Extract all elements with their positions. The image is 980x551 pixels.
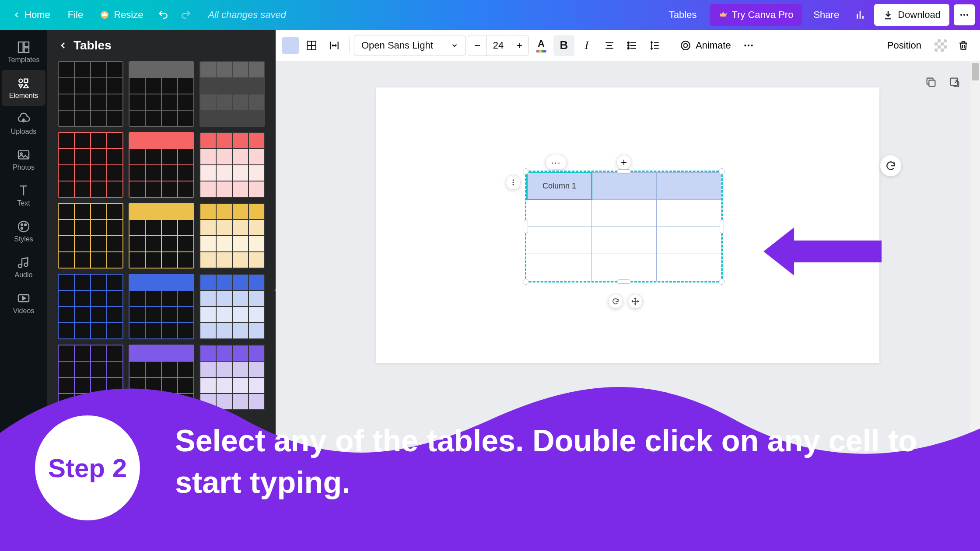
move-icon	[631, 297, 639, 305]
templates-icon	[17, 40, 31, 54]
file-menu-button[interactable]: File	[61, 5, 90, 25]
resize-handle[interactable]	[719, 168, 725, 174]
table-style-thumb[interactable]	[200, 203, 265, 269]
fill-color-swatch[interactable]	[282, 37, 299, 54]
svg-point-16	[628, 42, 629, 43]
uploads-icon	[17, 112, 31, 126]
svg-point-21	[744, 44, 746, 46]
rail-elements[interactable]: Elements	[2, 70, 46, 106]
rail-text[interactable]: Text	[0, 178, 47, 213]
table-style-thumb[interactable]	[58, 132, 123, 198]
table-style-thumb[interactable]	[129, 274, 194, 339]
move-button[interactable]	[628, 294, 643, 309]
photos-icon	[17, 148, 31, 162]
add-column-button[interactable]: +	[616, 155, 631, 170]
share-button[interactable]: Share	[806, 5, 846, 25]
table-element[interactable]: Column 1	[525, 171, 723, 282]
resize-handle[interactable]	[719, 279, 725, 285]
tutorial-arrow	[763, 221, 882, 284]
font-size-stepper: − +	[468, 35, 529, 56]
table-cell[interactable]	[527, 254, 592, 281]
duplicate-page-button[interactable]	[923, 74, 939, 90]
resize-handle[interactable]	[524, 220, 528, 234]
redo-button[interactable]	[176, 5, 196, 24]
panel-collapse-button[interactable]	[270, 273, 276, 308]
width-icon	[329, 40, 340, 51]
bold-button[interactable]: B	[553, 35, 574, 56]
try-pro-button[interactable]: Try Canva Pro	[710, 4, 802, 26]
table-cell-active[interactable]: Column 1	[527, 173, 592, 200]
table-cell[interactable]	[592, 173, 657, 200]
rail-styles[interactable]: Styles	[0, 213, 47, 249]
resize-handle[interactable]	[523, 279, 529, 285]
new-page-button[interactable]	[947, 74, 962, 90]
align-button[interactable]	[599, 35, 620, 56]
font-size-input[interactable]	[486, 35, 510, 56]
animate-button[interactable]: Animate	[675, 35, 736, 56]
row-options-button[interactable]	[506, 175, 521, 190]
svg-point-10	[18, 221, 29, 232]
videos-icon	[17, 291, 31, 305]
resize-handle[interactable]	[523, 168, 529, 174]
table-borders-button[interactable]	[301, 35, 322, 56]
table-style-thumb[interactable]	[200, 61, 265, 127]
bar-chart-icon	[854, 9, 866, 21]
undo-button[interactable]	[154, 5, 173, 24]
table-cell[interactable]	[592, 254, 657, 281]
position-button[interactable]: Position	[880, 35, 928, 56]
chevron-left-icon[interactable]	[58, 40, 68, 51]
more-formatting-button[interactable]	[738, 35, 759, 56]
table-style-thumb[interactable]	[129, 132, 194, 198]
sync-icon	[612, 297, 620, 305]
table-cell[interactable]	[657, 227, 721, 254]
font-size-increase[interactable]: +	[510, 35, 528, 56]
font-size-decrease[interactable]: −	[468, 35, 486, 56]
table-style-thumb[interactable]	[129, 61, 194, 127]
rail-templates[interactable]: Templates	[0, 34, 47, 70]
table-cell[interactable]	[592, 200, 657, 227]
table-style-thumb[interactable]	[200, 132, 265, 198]
back-home-button[interactable]: Home	[5, 5, 57, 25]
table-style-thumb[interactable]	[58, 203, 123, 269]
rail-photos[interactable]: Photos	[0, 142, 47, 178]
column-width-button[interactable]	[324, 35, 345, 56]
table-style-thumb[interactable]	[200, 274, 265, 339]
table-cell[interactable]	[527, 227, 592, 254]
insights-button[interactable]	[850, 5, 870, 24]
table-cell[interactable]	[657, 173, 721, 200]
text-color-button[interactable]: A	[531, 35, 552, 56]
table-options-button[interactable]: ···	[545, 155, 567, 170]
font-family-select[interactable]: Open Sans Light	[354, 35, 466, 56]
list-button[interactable]	[622, 35, 643, 56]
rail-audio[interactable]: Audio	[0, 249, 47, 285]
regenerate-button[interactable]	[880, 155, 901, 176]
table-style-thumb[interactable]	[58, 274, 123, 339]
svg-rect-5	[24, 48, 29, 52]
scrollbar-thumb[interactable]	[972, 63, 979, 80]
doc-title[interactable]: Tables	[669, 9, 697, 21]
table-cell[interactable]	[592, 227, 657, 254]
italic-button[interactable]: I	[576, 35, 597, 56]
transparency-button[interactable]	[930, 35, 951, 56]
sync-button[interactable]	[608, 294, 623, 309]
table-cell[interactable]	[657, 254, 721, 281]
delete-button[interactable]	[953, 35, 974, 56]
resize-handle[interactable]	[617, 279, 631, 284]
rail-uploads[interactable]: Uploads	[0, 106, 47, 142]
resize-handle[interactable]	[720, 220, 724, 234]
share-label: Share	[813, 9, 839, 21]
download-icon	[883, 10, 893, 20]
styles-icon	[17, 220, 31, 234]
table-style-thumb[interactable]	[129, 203, 194, 269]
resize-button[interactable]: Resize	[94, 5, 150, 25]
download-button[interactable]: Download	[874, 4, 949, 26]
table-style-thumb[interactable]	[58, 61, 123, 127]
resize-handle[interactable]	[617, 169, 631, 174]
spacing-button[interactable]	[644, 35, 665, 56]
transparency-icon	[934, 39, 947, 52]
rail-videos[interactable]: Videos	[0, 285, 47, 321]
table-cell[interactable]	[657, 200, 721, 227]
table-cell[interactable]	[527, 200, 592, 227]
context-toolbar: Open Sans Light − + A B I	[276, 30, 980, 61]
more-menu-button[interactable]	[954, 4, 975, 25]
